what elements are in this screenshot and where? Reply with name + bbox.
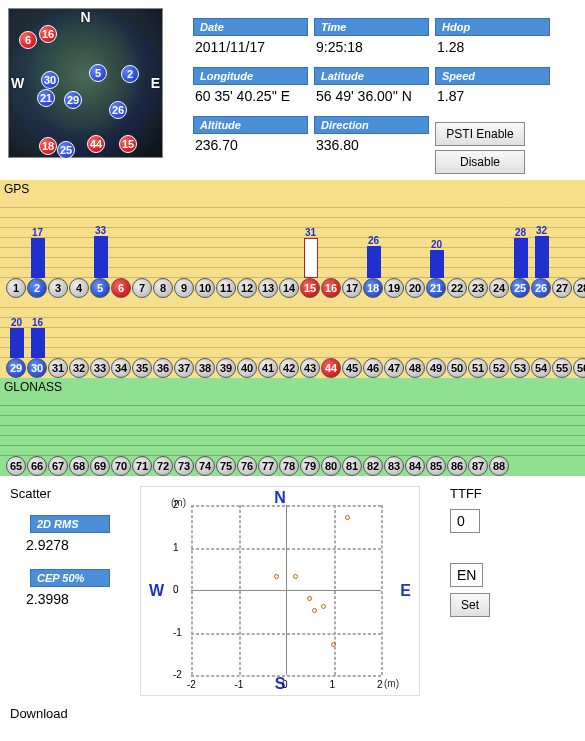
sat-ball: 26 bbox=[531, 278, 551, 298]
nav-fields: Date2011/11/17 Time9:25:18 Hdop1.28 Long… bbox=[163, 8, 585, 180]
bar-label: 16 bbox=[32, 317, 43, 328]
signal-bar bbox=[430, 250, 444, 278]
globe-sat: 5 bbox=[89, 64, 107, 82]
globe-sat: 16 bbox=[39, 25, 57, 43]
sat-ball: 72 bbox=[153, 456, 173, 476]
sat-ball: 5 bbox=[90, 278, 110, 298]
globe-sat: 2 bbox=[121, 65, 139, 83]
y-tick: 2 bbox=[173, 499, 179, 510]
sat-ball: 17 bbox=[342, 278, 362, 298]
bar-label: 20 bbox=[431, 239, 442, 250]
scatter-plot: N S W E (m) (m) -2-2-1-1001122 bbox=[140, 486, 420, 696]
sat-ball: 19 bbox=[384, 278, 404, 298]
sat-ball: 10 bbox=[195, 278, 215, 298]
sat-ball: 6 bbox=[111, 278, 131, 298]
sat-ball: 56 bbox=[573, 358, 585, 378]
psti-enable-button[interactable]: PSTI Enable bbox=[435, 122, 525, 146]
ttff-value: 0 bbox=[450, 509, 480, 533]
sat-ball: 49 bbox=[426, 358, 446, 378]
sat-ball: 74 bbox=[195, 456, 215, 476]
scatter-point bbox=[307, 596, 312, 601]
globe-sat: 18 bbox=[39, 137, 57, 155]
y-tick: 1 bbox=[173, 542, 179, 553]
sat-ball: 68 bbox=[69, 456, 89, 476]
sat-ball: 33 bbox=[90, 358, 110, 378]
sat-ball: 71 bbox=[132, 456, 152, 476]
time-value: 9:25:18 bbox=[314, 36, 429, 61]
glonass-band: GLONASS 65666768697071727374757677787980… bbox=[0, 378, 585, 476]
sat-ball: 7 bbox=[132, 278, 152, 298]
bar-label: 32 bbox=[536, 225, 547, 236]
sat-ball: 47 bbox=[384, 358, 404, 378]
compass-n: N bbox=[80, 9, 90, 25]
sat-ball: 53 bbox=[510, 358, 530, 378]
sat-ball: 84 bbox=[405, 456, 425, 476]
sat-ball: 44 bbox=[321, 358, 341, 378]
globe-sat: 30 bbox=[41, 71, 59, 89]
scatter-point bbox=[274, 574, 279, 579]
sat-ball: 88 bbox=[489, 456, 509, 476]
sat-ball: 20 bbox=[405, 278, 425, 298]
sat-ball: 25 bbox=[510, 278, 530, 298]
sat-ball: 22 bbox=[447, 278, 467, 298]
sat-ball: 38 bbox=[195, 358, 215, 378]
scatter-point bbox=[345, 515, 350, 520]
plot-east: E bbox=[400, 582, 411, 600]
sat-ball: 86 bbox=[447, 456, 467, 476]
lon-header: Longitude bbox=[193, 67, 308, 85]
plot-west: W bbox=[149, 582, 164, 600]
signal-bar bbox=[31, 238, 45, 278]
sat-ball: 87 bbox=[468, 456, 488, 476]
set-button[interactable]: Set bbox=[450, 593, 490, 617]
scatter-point bbox=[312, 608, 317, 613]
sat-ball: 75 bbox=[216, 456, 236, 476]
hdop-header: Hdop bbox=[435, 18, 550, 36]
lon-value: 60 35' 40.25'' E bbox=[193, 85, 308, 110]
sat-ball: 76 bbox=[237, 456, 257, 476]
compass-e: E bbox=[151, 75, 160, 91]
sat-ball: 52 bbox=[489, 358, 509, 378]
sat-ball: 8 bbox=[153, 278, 173, 298]
sat-ball: 73 bbox=[174, 456, 194, 476]
sat-ball: 30 bbox=[27, 358, 47, 378]
sat-ball: 54 bbox=[531, 358, 551, 378]
signal-bar bbox=[514, 238, 528, 278]
signal-bar bbox=[367, 246, 381, 278]
sat-ball: 55 bbox=[552, 358, 572, 378]
speed-header: Speed bbox=[435, 67, 550, 85]
sat-ball: 24 bbox=[489, 278, 509, 298]
globe-sat: 6 bbox=[19, 31, 37, 49]
disable-button[interactable]: Disable bbox=[435, 150, 525, 174]
sat-ball: 16 bbox=[321, 278, 341, 298]
sat-ball: 21 bbox=[426, 278, 446, 298]
sat-ball: 37 bbox=[174, 358, 194, 378]
sat-ball: 39 bbox=[216, 358, 236, 378]
sky-globe: N W E 616305221292618254415 bbox=[8, 8, 163, 158]
x-tick: 0 bbox=[282, 679, 288, 690]
sat-ball: 46 bbox=[363, 358, 383, 378]
sat-ball: 3 bbox=[48, 278, 68, 298]
sat-ball: 40 bbox=[237, 358, 257, 378]
x-unit: (m) bbox=[384, 678, 399, 689]
sat-ball: 32 bbox=[69, 358, 89, 378]
sat-ball: 35 bbox=[132, 358, 152, 378]
sat-ball: 77 bbox=[258, 456, 278, 476]
rms-header: 2D RMS bbox=[30, 515, 110, 533]
scatter-point bbox=[321, 604, 326, 609]
sat-ball: 85 bbox=[426, 456, 446, 476]
en-value[interactable]: EN bbox=[450, 563, 483, 587]
glonass-label: GLONASS bbox=[0, 378, 585, 396]
y-tick: -2 bbox=[173, 669, 182, 680]
sat-ball: 48 bbox=[405, 358, 425, 378]
x-tick: 2 bbox=[377, 679, 383, 690]
cep-header: CEP 50% bbox=[30, 569, 110, 587]
x-tick: -2 bbox=[187, 679, 196, 690]
sat-ball: 12 bbox=[237, 278, 257, 298]
sat-ball: 2 bbox=[27, 278, 47, 298]
gps-band: GPS 17333126202832 123456789101112131415… bbox=[0, 180, 585, 378]
sat-ball: 78 bbox=[279, 456, 299, 476]
y-tick: -1 bbox=[173, 627, 182, 638]
y-tick: 0 bbox=[173, 584, 179, 595]
sat-ball: 81 bbox=[342, 456, 362, 476]
sat-ball: 70 bbox=[111, 456, 131, 476]
